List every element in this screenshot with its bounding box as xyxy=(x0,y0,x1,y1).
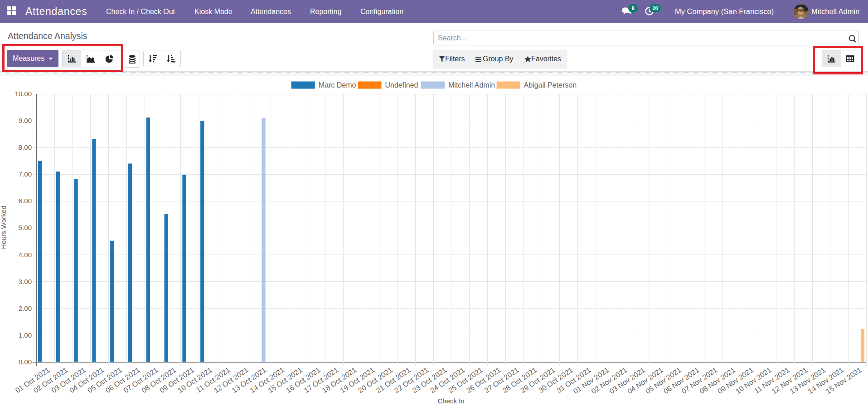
svg-text:11 Nov 2021: 11 Nov 2021 xyxy=(753,366,791,395)
svg-text:31 Oct 2021: 31 Oct 2021 xyxy=(555,366,592,394)
svg-text:1.00: 1.00 xyxy=(19,331,32,339)
svg-text:25 Oct 2021: 25 Oct 2021 xyxy=(447,366,484,394)
svg-text:07 Oct 2021: 07 Oct 2021 xyxy=(122,366,160,394)
svg-text:13 Oct 2021: 13 Oct 2021 xyxy=(231,366,268,394)
svg-text:Marc Demo: Marc Demo xyxy=(319,81,356,89)
svg-text:27 Oct 2021: 27 Oct 2021 xyxy=(483,366,520,394)
svg-text:01 Oct 2021: 01 Oct 2021 xyxy=(14,366,51,394)
svg-text:01 Nov 2021: 01 Nov 2021 xyxy=(572,366,611,395)
svg-text:Abigail Peterson: Abigail Peterson xyxy=(524,81,577,89)
svg-text:06 Nov 2021: 06 Nov 2021 xyxy=(662,366,701,395)
svg-text:14 Oct 2021: 14 Oct 2021 xyxy=(248,366,286,394)
svg-text:03 Oct 2021: 03 Oct 2021 xyxy=(50,366,87,394)
svg-text:11 Oct 2021: 11 Oct 2021 xyxy=(195,366,232,394)
svg-text:09 Nov 2021: 09 Nov 2021 xyxy=(716,366,755,395)
svg-text:05 Oct 2021: 05 Oct 2021 xyxy=(86,366,123,394)
svg-text:8.00: 8.00 xyxy=(19,143,32,151)
svg-text:10 Oct 2021: 10 Oct 2021 xyxy=(176,366,213,394)
svg-text:5.00: 5.00 xyxy=(19,224,32,231)
svg-text:21 Oct 2021: 21 Oct 2021 xyxy=(375,366,412,394)
svg-text:23 Oct 2021: 23 Oct 2021 xyxy=(411,366,448,394)
svg-text:02 Nov 2021: 02 Nov 2021 xyxy=(590,366,629,395)
svg-text:6.00: 6.00 xyxy=(19,197,32,205)
svg-text:05 Nov 2021: 05 Nov 2021 xyxy=(644,366,683,395)
svg-text:26 Oct 2021: 26 Oct 2021 xyxy=(465,366,502,394)
svg-text:03 Nov 2021: 03 Nov 2021 xyxy=(608,366,646,395)
svg-text:2.00: 2.00 xyxy=(19,304,32,312)
svg-text:28 Oct 2021: 28 Oct 2021 xyxy=(501,366,538,394)
svg-text:06 Oct 2021: 06 Oct 2021 xyxy=(104,366,141,394)
svg-text:24 Oct 2021: 24 Oct 2021 xyxy=(429,366,466,394)
svg-text:Check In: Check In xyxy=(437,397,464,405)
svg-text:02 Oct 2021: 02 Oct 2021 xyxy=(32,366,69,394)
svg-text:19 Oct 2021: 19 Oct 2021 xyxy=(339,366,376,394)
svg-text:17 Oct 2021: 17 Oct 2021 xyxy=(303,366,340,394)
svg-text:10 Nov 2021: 10 Nov 2021 xyxy=(734,366,773,395)
svg-text:22 Oct 2021: 22 Oct 2021 xyxy=(393,366,430,394)
svg-text:07 Nov 2021: 07 Nov 2021 xyxy=(680,366,719,395)
svg-text:Undefined: Undefined xyxy=(385,81,418,89)
svg-text:13 Nov 2021: 13 Nov 2021 xyxy=(788,366,827,395)
svg-text:4.00: 4.00 xyxy=(19,251,32,259)
svg-text:12 Nov 2021: 12 Nov 2021 xyxy=(771,366,809,395)
svg-text:30 Oct 2021: 30 Oct 2021 xyxy=(537,366,574,394)
svg-text:3.00: 3.00 xyxy=(19,278,32,285)
svg-text:09 Oct 2021: 09 Oct 2021 xyxy=(158,366,195,394)
svg-text:Hours Worked: Hours Worked xyxy=(0,206,7,249)
svg-text:0.00: 0.00 xyxy=(19,358,32,366)
svg-text:08 Nov 2021: 08 Nov 2021 xyxy=(698,366,737,395)
svg-text:7.00: 7.00 xyxy=(19,170,32,178)
svg-text:04 Oct 2021: 04 Oct 2021 xyxy=(68,366,105,394)
svg-text:29 Oct 2021: 29 Oct 2021 xyxy=(519,366,556,394)
svg-text:16 Oct 2021: 16 Oct 2021 xyxy=(285,366,322,394)
svg-text:18 Oct 2021: 18 Oct 2021 xyxy=(321,366,358,394)
svg-text:15 Nov 2021: 15 Nov 2021 xyxy=(824,366,863,395)
svg-text:12 Oct 2021: 12 Oct 2021 xyxy=(213,366,250,394)
svg-text:14 Nov 2021: 14 Nov 2021 xyxy=(806,366,845,395)
svg-text:20 Oct 2021: 20 Oct 2021 xyxy=(357,366,394,394)
svg-text:Mitchell Admin: Mitchell Admin xyxy=(448,81,495,89)
svg-text:08 Oct 2021: 08 Oct 2021 xyxy=(140,366,177,394)
svg-text:9.00: 9.00 xyxy=(19,117,32,124)
svg-text:15 Oct 2021: 15 Oct 2021 xyxy=(267,366,304,394)
svg-text:10.00: 10.00 xyxy=(15,90,32,98)
svg-text:04 Nov 2021: 04 Nov 2021 xyxy=(626,366,664,395)
